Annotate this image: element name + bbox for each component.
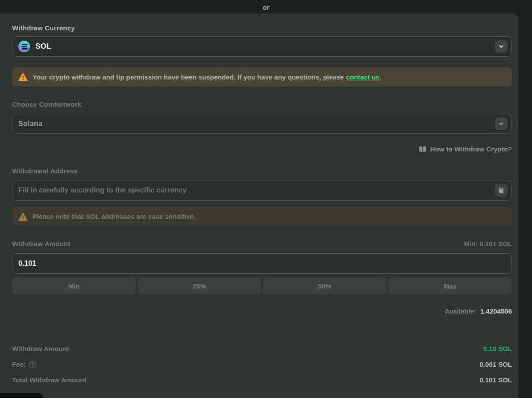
- suspension-warning-text: Your crypto withdraw and tip permission …: [33, 73, 344, 81]
- withdraw-summary: Withdraw Amount 0.10 SOL Fee: ? 0.001 SO…: [12, 341, 512, 388]
- summary-fee-label: Fee:: [12, 360, 26, 368]
- address-book-button[interactable]: [495, 184, 507, 197]
- network-value: Solana: [18, 120, 42, 128]
- address-case-warning-text: Please note that SOL addresses are case …: [33, 213, 195, 220]
- suspension-warning-banner: Your crypto withdraw and tip permission …: [12, 67, 512, 87]
- chevron-down-icon: [498, 121, 504, 127]
- or-divider-left: [176, 7, 257, 7]
- choose-network-label: Choose CoinNetwork: [12, 101, 512, 108]
- withdrawal-address-field[interactable]: [12, 180, 512, 201]
- address-case-warning-banner: Please note that SOL addresses are case …: [12, 207, 512, 226]
- withdrawal-address-label: Withdrawal Address: [12, 167, 512, 175]
- quick-amount-max-button[interactable]: Max: [388, 277, 512, 294]
- withdrawal-address-input[interactable]: [18, 186, 495, 194]
- address-book-icon: [498, 187, 505, 194]
- quick-amount-50-button[interactable]: 50%: [263, 277, 387, 294]
- fee-help-icon[interactable]: ?: [29, 361, 36, 368]
- summary-row-withdraw-amount: Withdraw Amount 0.10 SOL: [12, 341, 512, 356]
- contact-us-link[interactable]: contact us: [346, 73, 379, 81]
- bottom-corner-widget: [0, 393, 43, 398]
- how-to-withdraw-link[interactable]: How to Withdraw Crypto?: [419, 145, 512, 153]
- solana-coin-icon: [18, 41, 30, 52]
- min-amount-label: Min: 0.101 SOL: [464, 240, 512, 247]
- book-icon: [419, 146, 427, 153]
- withdraw-panel: Withdraw Currency SOL Your crypto withdr…: [0, 13, 519, 398]
- summary-row-fee: Fee: ? 0.001 SOL: [12, 356, 512, 372]
- how-to-withdraw-label: How to Withdraw Crypto?: [430, 145, 512, 153]
- withdraw-amount-input[interactable]: [18, 260, 507, 268]
- modal-top-bar: or: [0, 0, 532, 13]
- summary-withdraw-amount-value: 0.10 SOL: [483, 345, 512, 352]
- quick-amount-min-button[interactable]: Min: [12, 277, 136, 294]
- summary-total-label: Total Withdraw Amount: [12, 376, 87, 384]
- warning-triangle-icon: [18, 72, 28, 81]
- available-value: 1.4204506: [480, 307, 512, 315]
- summary-fee-value: 0.001 SOL: [479, 360, 512, 368]
- available-label: Available:: [445, 307, 476, 315]
- summary-row-total: Total Withdraw Amount 0.101 SOL: [12, 372, 512, 388]
- network-dropdown-button[interactable]: [495, 117, 507, 130]
- withdraw-currency-label: Withdraw Currency: [12, 24, 512, 32]
- withdraw-currency-value: SOL: [35, 42, 51, 51]
- currency-dropdown-button[interactable]: [495, 40, 507, 53]
- withdraw-amount-label: Withdraw Amount: [12, 240, 71, 247]
- withdraw-currency-select[interactable]: SOL: [12, 36, 512, 57]
- chevron-down-icon: [498, 43, 504, 50]
- summary-total-value: 0.101 SOL: [479, 376, 512, 384]
- or-divider-label: or: [257, 4, 276, 11]
- or-divider-right: [276, 7, 356, 7]
- network-select[interactable]: Solana: [12, 114, 512, 134]
- summary-withdraw-amount-label: Withdraw Amount: [12, 345, 69, 352]
- withdraw-amount-field[interactable]: [12, 253, 512, 274]
- quick-amount-25-button[interactable]: 25%: [137, 277, 261, 294]
- warning-triangle-icon: [18, 212, 28, 221]
- suspension-warning-period: .: [379, 73, 381, 81]
